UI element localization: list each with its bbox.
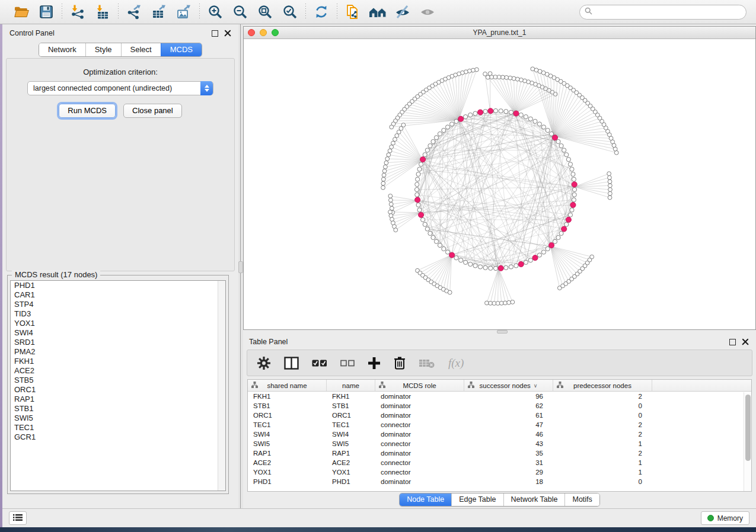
show-all-button[interactable] [419,3,436,21]
table-cell[interactable]: TEC1 [327,420,375,430]
zoom-in-button[interactable] [206,3,224,21]
table-cell[interactable]: TEC1 [248,420,327,430]
table-cell[interactable]: 31 [464,458,553,467]
table-cell[interactable]: 2 [553,392,652,401]
show-column-panel-button[interactable] [284,355,299,371]
table-cell[interactable]: 1 [553,467,652,477]
mcds-result-item[interactable]: CAR1 [11,290,225,300]
task-history-button[interactable] [9,511,27,525]
memory-button[interactable]: Memory [701,511,749,525]
mcds-result-item[interactable]: SRD1 [11,338,225,347]
table-cell[interactable]: RAP1 [248,448,327,458]
table-settings-button[interactable] [257,355,271,371]
mcds-result-item[interactable]: RAP1 [11,395,225,404]
table-cell[interactable]: ORC1 [327,411,375,420]
table-row[interactable]: ACE2ACE2connector311 [248,458,751,467]
export-network-button[interactable] [125,3,143,21]
table-cell[interactable]: PHD1 [248,477,327,486]
close-panel-icon[interactable] [224,30,231,37]
table-cell[interactable]: 43 [464,439,553,448]
table-cell[interactable]: 2 [553,448,652,458]
mcds-result-item[interactable]: GCR1 [11,432,225,442]
float-table-panel-icon[interactable] [729,339,736,345]
mcds-list-scrollbar[interactable] [218,281,225,491]
column-header-mcds-role[interactable]: MCDS role [375,380,464,391]
tab-network[interactable]: Network [39,43,85,56]
deselect-all-columns-button[interactable] [340,355,355,371]
mcds-result-list[interactable]: PHD1CAR1STP4TID3YOX1SWI4SRD1PMA2FKH1ACE2… [10,280,226,491]
zoom-selected-button[interactable] [281,3,299,21]
table-cell[interactable]: 46 [464,430,553,439]
table-cell[interactable]: FKH1 [327,392,375,401]
mcds-result-item[interactable]: STP4 [11,300,225,309]
table-cell[interactable]: FKH1 [248,392,327,401]
select-all-columns-button[interactable] [312,355,327,371]
table-cell[interactable]: connector [375,439,464,448]
open-file-button[interactable] [12,3,30,21]
import-network-button[interactable] [69,3,87,21]
table-cell[interactable]: connector [375,467,464,477]
column-header-name[interactable]: name [327,380,375,391]
mcds-result-item[interactable]: SWI5 [11,414,225,423]
table-cell[interactable]: ACE2 [248,458,327,467]
mcds-result-item[interactable]: SWI4 [11,328,225,338]
table-scrollbar-thumb[interactable] [745,395,751,461]
vertical-splitter[interactable] [238,24,243,508]
table-cell[interactable]: 35 [464,448,553,458]
table-row[interactable]: PHD1PHD1dominator180 [248,477,751,486]
refresh-button[interactable] [312,3,330,21]
mcds-result-item[interactable]: STB1 [11,404,225,414]
table-cell[interactable]: 62 [464,401,553,411]
table-cell[interactable]: 0 [553,401,652,411]
table-cell[interactable]: dominator [375,392,464,401]
table-row[interactable]: ORC1ORC1dominator610 [248,411,751,420]
table-cell[interactable]: SWI4 [248,430,327,439]
tab-select[interactable]: Select [121,43,161,56]
tab-network-table[interactable]: Network Table [503,493,565,506]
column-header-shared-name[interactable]: shared name [248,380,327,391]
table-cell[interactable]: STB1 [327,401,375,411]
mcds-result-item[interactable]: ORC1 [11,385,225,395]
table-cell[interactable]: PHD1 [327,477,375,486]
table-cell[interactable]: RAP1 [327,448,375,458]
vertical-splitter-handle[interactable] [238,261,243,273]
zoom-out-button[interactable] [231,3,249,21]
tab-mcds[interactable]: MCDS [161,43,202,56]
mcds-result-item[interactable]: STB5 [11,376,225,385]
clone-network-button[interactable] [344,3,362,21]
search-box[interactable] [579,5,747,20]
add-column-button[interactable] [368,355,381,371]
table-cell[interactable]: 0 [553,411,652,420]
table-cell[interactable]: YOX1 [327,467,375,477]
table-row[interactable]: SWI4SWI4dominator462 [248,430,751,439]
mcds-result-item[interactable]: PMA2 [11,347,225,357]
table-cell[interactable]: 47 [464,420,553,430]
table-cell[interactable]: YOX1 [248,467,327,477]
float-panel-icon[interactable] [212,30,218,37]
delete-column-button[interactable] [394,355,406,371]
table-cell[interactable]: connector [375,458,464,467]
function-builder-button[interactable]: f(x) [448,355,464,371]
table-cell[interactable]: 1 [553,439,652,448]
table-cell[interactable]: 18 [464,477,553,486]
table-row[interactable]: YOX1YOX1connector291 [248,467,751,477]
table-cell[interactable]: 61 [464,411,553,420]
network-canvas-svg[interactable] [244,39,755,329]
save-session-button[interactable] [37,3,55,21]
zoom-fit-button[interactable] [256,3,274,21]
table-cell[interactable]: dominator [375,430,464,439]
mcds-result-item[interactable]: FKH1 [11,357,225,366]
tab-edge-table[interactable]: Edge Table [451,493,503,506]
tab-node-table[interactable]: Node Table [400,493,451,506]
table-row[interactable]: RAP1RAP1dominator352 [248,448,751,458]
neighbors-button[interactable] [369,3,387,21]
import-table-button[interactable] [94,3,111,21]
table-cell[interactable]: 2 [553,430,652,439]
table-cell[interactable]: 2 [553,420,652,430]
tab-motifs[interactable]: Motifs [564,493,599,506]
search-input[interactable] [595,8,741,16]
table-cell[interactable]: 96 [464,392,553,401]
tab-style[interactable]: Style [85,43,121,56]
table-row[interactable]: STB1STB1dominator620 [248,401,751,411]
mcds-result-item[interactable]: YOX1 [11,319,225,328]
